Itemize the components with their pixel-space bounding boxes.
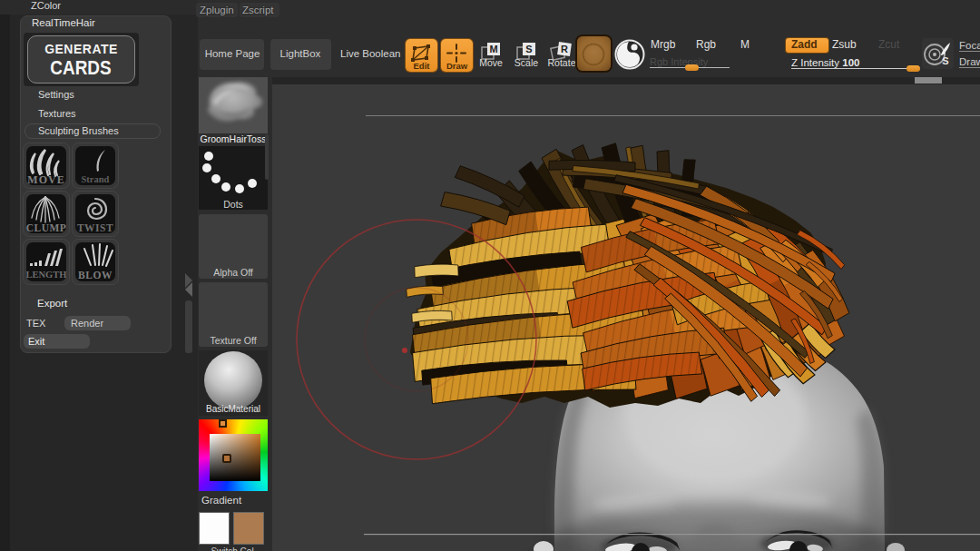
- svg-text:Scale: Scale: [514, 57, 538, 68]
- svg-text:BLOW: BLOW: [78, 270, 113, 280]
- svg-text:S: S: [942, 55, 948, 66]
- svg-text:Rotate: Rotate: [548, 57, 576, 68]
- svg-text:Draw: Draw: [446, 61, 468, 71]
- svg-text:Edit: Edit: [414, 61, 431, 71]
- svg-text:MOVE: MOVE: [27, 173, 64, 186]
- svg-text:Move: Move: [479, 57, 503, 68]
- svg-text:M: M: [489, 44, 497, 54]
- svg-text:TWIST: TWIST: [77, 222, 113, 233]
- svg-text:R: R: [561, 44, 568, 54]
- svg-text:Strand: Strand: [82, 174, 110, 184]
- svg-text:LENGTH: LENGTH: [26, 270, 67, 280]
- svg-text:CLUMP: CLUMP: [26, 222, 67, 233]
- svg-text:S: S: [525, 44, 532, 54]
